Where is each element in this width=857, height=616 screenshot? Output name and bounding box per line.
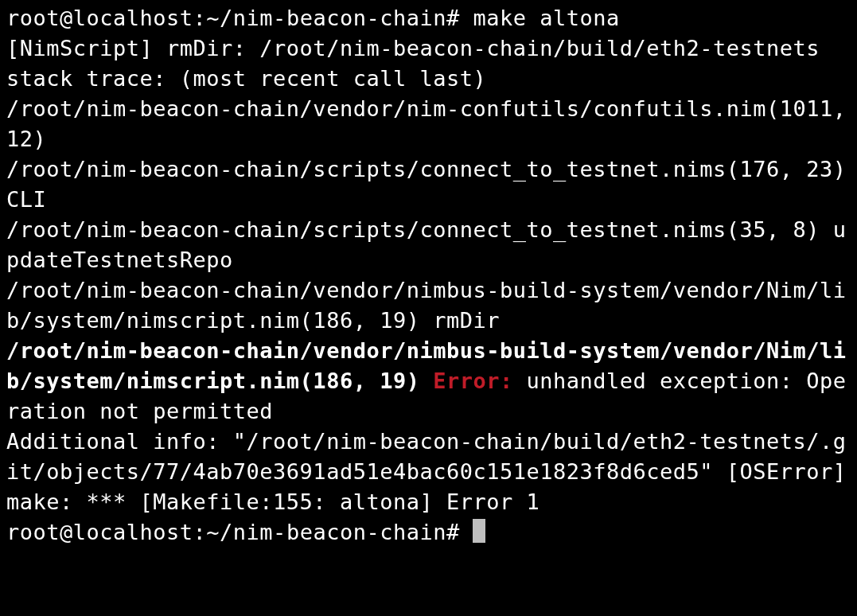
cursor [473,519,485,543]
prompt-sep: : [193,6,207,30]
output-line-make-error: make: *** [Makefile:155: altona] Error 1 [6,489,540,514]
output-line-stacktrace: stack trace: (most recent call last) [6,66,486,91]
prompt-path: ~/nim-beacon-chain [206,6,446,30]
output-line-trace: /root/nim-beacon-chain/vendor/nim-confut… [6,96,857,151]
prompt-hash: # [446,520,473,544]
command-input: make altona [473,6,619,30]
output-line-additional-info: Additional info: "/root/nim-beacon-chain… [6,429,847,484]
prompt-sep: : [193,520,207,544]
output-line-trace: /root/nim-beacon-chain/scripts/connect_t… [6,217,847,272]
output-line-trace: /root/nim-beacon-chain/scripts/connect_t… [6,157,857,212]
prompt-path: ~/nim-beacon-chain [206,520,446,544]
error-label: Error: [433,368,513,393]
output-line-trace: /root/nim-beacon-chain/vendor/nimbus-bui… [6,278,847,333]
output-line-rmdir: [NimScript] rmDir: /root/nim-beacon-chai… [6,36,820,60]
terminal-output[interactable]: root@localhost:~/nim-beacon-chain# make … [0,0,857,551]
prompt-user: root@localhost [6,6,193,30]
prompt-hash: # [446,6,473,30]
prompt-user: root@localhost [6,520,193,544]
